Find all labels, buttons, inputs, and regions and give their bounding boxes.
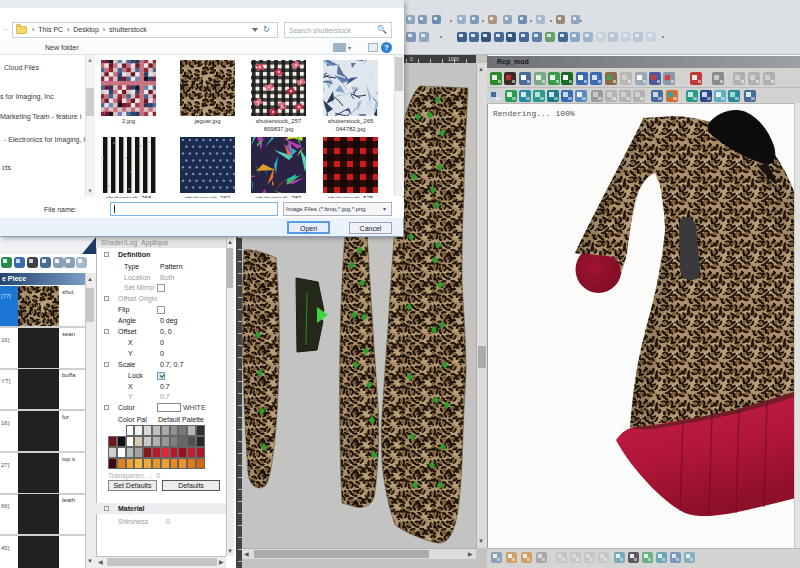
svg-text:0: 0 — [410, 56, 413, 62]
svg-text:1000: 1000 — [448, 56, 459, 62]
